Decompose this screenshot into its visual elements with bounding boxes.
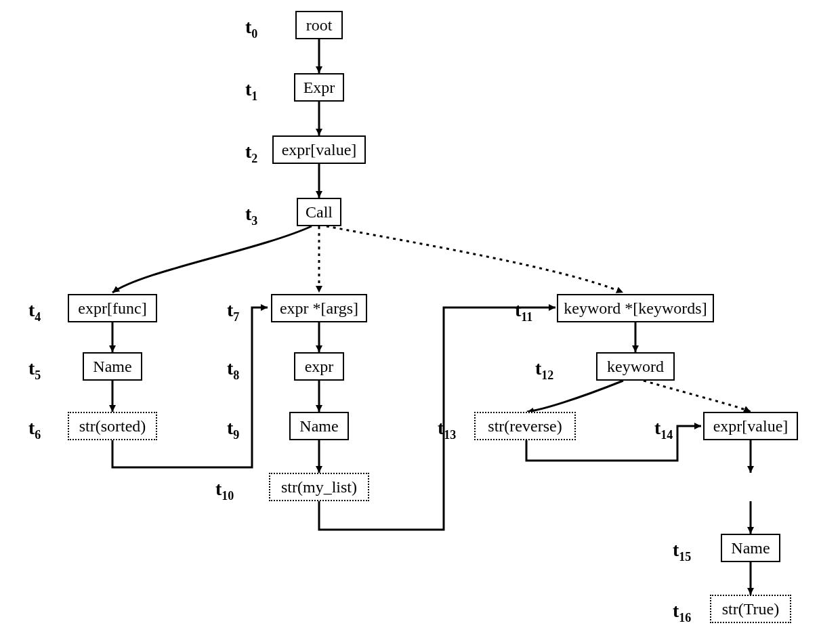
node-label: Expr <box>303 79 335 97</box>
node-label: Name <box>731 539 770 557</box>
node-name-left: Name <box>83 352 142 381</box>
node-label: str(sorted) <box>79 417 146 436</box>
node-name-right: Name <box>721 534 780 562</box>
node-label: str(reverse) <box>488 417 562 436</box>
node-root: root <box>295 11 343 39</box>
step-label-t2: t2 <box>245 141 257 166</box>
step-label-t13: t13 <box>438 417 456 442</box>
step-label-t8: t8 <box>227 358 239 383</box>
node-str-sorted: str(sorted) <box>68 412 157 440</box>
step-label-t14: t14 <box>654 417 673 442</box>
step-label-t15: t15 <box>673 539 691 564</box>
node-label: expr[func] <box>78 299 146 318</box>
node-str-mylist: str(my_list) <box>269 473 369 501</box>
step-label-t9: t9 <box>227 417 239 442</box>
node-name-mid: Name <box>289 412 349 440</box>
step-label-t6: t6 <box>28 417 41 442</box>
node-label: expr *[args] <box>280 299 358 318</box>
step-label-t10: t10 <box>215 478 234 503</box>
node-label: expr <box>305 358 334 376</box>
step-label-t12: t12 <box>535 358 553 383</box>
node-label: keyword <box>607 358 664 376</box>
node-expr-cap: Expr <box>294 73 344 102</box>
node-label: expr[value] <box>282 141 357 159</box>
step-label-t0: t0 <box>245 16 257 41</box>
step-label-t3: t3 <box>245 203 257 228</box>
node-expr-value-right: expr[value] <box>703 412 798 440</box>
node-label: keyword *[keywords] <box>564 299 707 318</box>
node-str-true: str(True) <box>710 595 791 623</box>
node-label: str(True) <box>722 600 779 618</box>
node-keyword-star: keyword *[keywords] <box>557 294 714 322</box>
node-label: Name <box>93 358 131 376</box>
step-label-t1: t1 <box>245 79 257 104</box>
node-label: Name <box>299 417 338 436</box>
node-expr-value-top: expr[value] <box>272 135 366 164</box>
node-label: Call <box>306 203 333 221</box>
step-label-t4: t4 <box>28 299 41 324</box>
node-call: Call <box>297 198 341 226</box>
step-label-t7: t7 <box>227 299 239 324</box>
diagram-stage: t0 t1 t2 t3 t4 t5 t6 t7 t8 t9 t10 t11 t1… <box>0 0 840 636</box>
node-keyword: keyword <box>596 352 675 381</box>
node-expr-args: expr *[args] <box>271 294 367 322</box>
node-str-reverse: str(reverse) <box>474 412 576 440</box>
node-expr-func: expr[func] <box>68 294 157 322</box>
step-label-t16: t16 <box>673 600 691 625</box>
node-label: root <box>306 16 333 35</box>
node-label: str(my_list) <box>281 478 357 496</box>
node-label: expr[value] <box>713 417 789 436</box>
node-expr-mid: expr <box>294 352 344 381</box>
step-label-t11: t11 <box>515 299 532 324</box>
step-label-t5: t5 <box>28 358 41 383</box>
